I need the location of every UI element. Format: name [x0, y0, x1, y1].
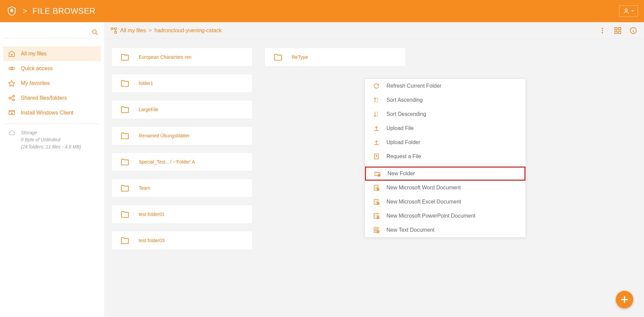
folder-name: folder1 — [139, 81, 153, 86]
svg-rect-15 — [618, 28, 621, 30]
folder-tile[interactable]: Team — [111, 179, 252, 197]
context-menu-label: New Microsoft PowerPoint Document — [386, 213, 475, 219]
context-menu-item[interactable]: Request a File — [365, 149, 525, 164]
sidebar-item-install-client[interactable]: Install Windows Client — [3, 105, 101, 120]
new-word-icon: W — [372, 184, 380, 192]
context-menu-label: Sort Ascending — [386, 97, 423, 103]
context-menu-item[interactable]: ZASort Descending — [365, 107, 525, 121]
sidebar-item-label: Quick access — [21, 65, 53, 72]
home-icon — [8, 50, 15, 57]
storage-status: Storage 0 Byte of Unlimited (24 folders,… — [3, 127, 101, 152]
add-fab-button[interactable] — [616, 291, 633, 308]
sidebar-item-all-my-files[interactable]: All my files — [3, 46, 101, 61]
context-menu-item[interactable]: New Folder — [365, 167, 525, 181]
context-menu-label: Sort Descending — [386, 111, 426, 117]
context-menu-label: New Folder — [387, 171, 415, 177]
context-menu-label: Refresh Current Folder — [386, 83, 442, 89]
svg-text:Z: Z — [377, 111, 378, 114]
context-menu-item[interactable]: WNew Microsoft Word Document — [365, 181, 525, 195]
folder-icon — [119, 236, 131, 245]
user-menu[interactable] — [619, 5, 638, 17]
sidebar-item-quick-access[interactable]: Quick access — [3, 61, 101, 76]
svg-rect-10 — [115, 31, 117, 33]
sort-asc-icon: AZ — [372, 96, 380, 104]
context-menu-label: Upload Folder — [386, 139, 420, 145]
folder-name: test folder03 — [139, 238, 165, 243]
svg-point-2 — [11, 54, 12, 55]
svg-point-11 — [602, 28, 603, 29]
share-icon — [8, 94, 15, 102]
folder-tile[interactable]: test folder01 — [111, 205, 252, 224]
folder-tile[interactable]: LargeFile — [111, 100, 252, 119]
context-menu-item[interactable]: XNew Microsoft Excel Document — [365, 195, 525, 209]
context-menu-label: Upload File — [386, 125, 414, 131]
app-logo-icon — [6, 5, 17, 17]
view-grid-icon[interactable] — [613, 26, 623, 35]
storage-line1: 0 Byte of Unlimited — [21, 136, 81, 143]
storage-line2: (24 folders, 11 files - 4.8 MB) — [21, 143, 81, 150]
breadcrumb-sep-icon: > — [23, 7, 27, 15]
svg-rect-8 — [111, 28, 113, 30]
folder-icon — [119, 79, 131, 88]
context-menu-item[interactable]: Upload File — [365, 121, 525, 135]
upload-folder-icon — [372, 138, 380, 146]
folder-name: test folder01 — [139, 212, 165, 217]
svg-point-5 — [13, 95, 15, 97]
toolbar: All my files > hadroncloud-yuening-cstac… — [104, 22, 644, 39]
context-menu-label: New Microsoft Word Document — [386, 185, 461, 191]
info-icon[interactable] — [629, 26, 638, 35]
folder-tile[interactable]: European Characters ren — [111, 48, 252, 66]
folder-tile[interactable]: test folder03 — [111, 231, 252, 250]
svg-point-6 — [13, 99, 15, 101]
svg-text:A: A — [377, 97, 378, 100]
sidebar-item-label: My favorites — [21, 80, 50, 86]
sidebar-item-favorites[interactable]: My favorites — [3, 76, 101, 91]
breadcrumb: All my files > hadroncloud-yuening-cstac… — [110, 27, 222, 34]
request-file-icon — [372, 152, 380, 161]
svg-rect-16 — [615, 31, 617, 34]
search-input[interactable] — [5, 30, 91, 36]
svg-text:Z: Z — [377, 100, 378, 103]
svg-rect-9 — [115, 28, 117, 30]
context-menu-item[interactable]: Refresh Current Folder — [365, 79, 525, 93]
plus-icon — [619, 295, 630, 305]
context-menu-label: New Microsoft Excel Document — [386, 199, 461, 205]
folder-tile[interactable]: Special_Test…!`~'Folder' A — [111, 152, 252, 171]
tree-icon[interactable] — [110, 27, 118, 34]
breadcrumb-sep: > — [148, 28, 151, 34]
context-menu-item[interactable]: New Text Document — [365, 223, 525, 237]
context-menu: Refresh Current FolderAZSort AscendingZA… — [365, 79, 526, 237]
search-input-wrap[interactable] — [3, 27, 101, 38]
folder-name: Renamed Übungsblätter — [139, 133, 190, 138]
search-icon[interactable] — [91, 29, 99, 37]
folder-grid-area: European Characters renfileTypefolder1La… — [104, 39, 644, 317]
folder-icon — [119, 105, 131, 114]
sort-desc-icon: ZA — [372, 110, 380, 118]
more-options-icon[interactable] — [598, 26, 607, 35]
breadcrumb-root[interactable]: All my files — [120, 28, 146, 34]
folder-tile[interactable]: Renamed Übungsblätter — [111, 126, 252, 145]
folder-name: European Characters ren — [139, 54, 191, 60]
folder-icon — [119, 183, 131, 193]
chevron-down-icon — [631, 9, 635, 13]
new-folder-icon — [373, 170, 381, 178]
breadcrumb-current[interactable]: hadroncloud-yuening-cstack — [154, 28, 222, 34]
context-menu-item[interactable]: Upload Folder — [365, 135, 525, 149]
sidebar-item-label: All my files — [21, 51, 46, 57]
context-menu-item[interactable]: AZSort Ascending — [365, 93, 525, 107]
svg-point-4 — [9, 97, 11, 99]
folder-icon — [119, 210, 131, 219]
svg-text:A: A — [377, 115, 378, 117]
folder-tile[interactable]: fileType — [265, 48, 406, 66]
context-menu-label: New Text Document — [386, 227, 434, 233]
context-menu-item[interactable]: PNew Microsoft PowerPoint Document — [365, 209, 525, 223]
folder-tile[interactable]: folder1 — [111, 74, 252, 93]
sidebar: All my files Quick access My favorites S… — [0, 22, 104, 317]
svg-point-3 — [11, 67, 13, 70]
folder-name: LargeFile — [139, 107, 158, 112]
svg-rect-17 — [618, 31, 621, 34]
new-text-icon — [372, 226, 380, 234]
sidebar-item-shared[interactable]: Shared files/folders — [3, 91, 101, 105]
new-ppt-icon: P — [372, 212, 380, 220]
app-header: > FILE BROWSER — [0, 0, 644, 22]
